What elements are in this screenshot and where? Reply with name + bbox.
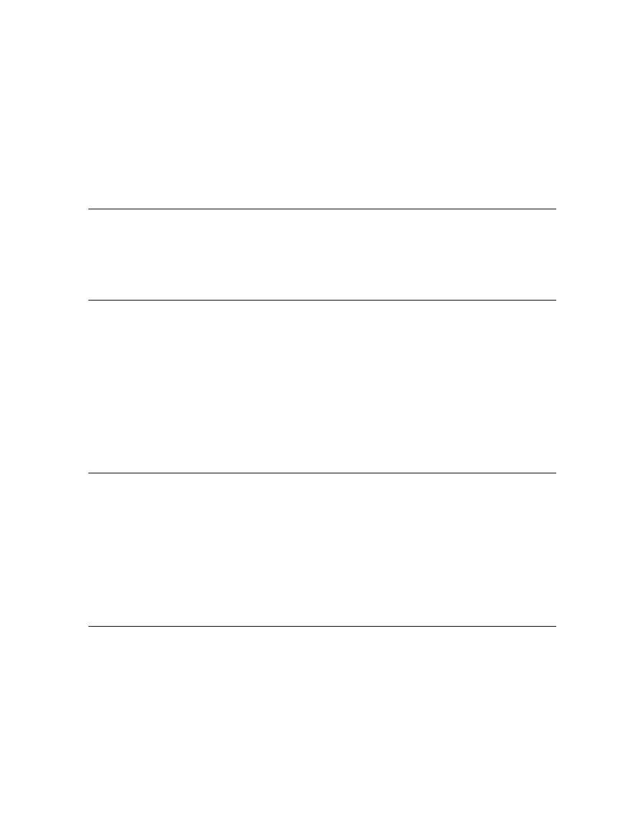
horizontal-rule xyxy=(88,300,556,301)
horizontal-rule xyxy=(88,209,556,209)
horizontal-rule xyxy=(88,626,556,627)
horizontal-rule xyxy=(88,473,556,473)
